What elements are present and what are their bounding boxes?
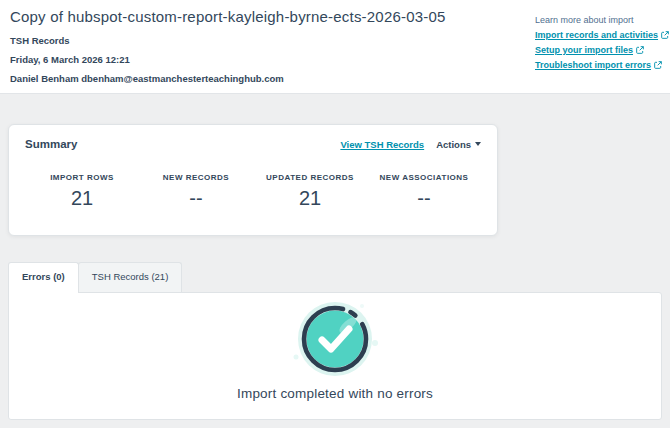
import-result-message: Import completed with no errors (9, 386, 661, 401)
external-link-icon (636, 46, 644, 54)
stat-new-records: NEW RECORDS -- (139, 173, 253, 210)
actions-dropdown-button[interactable]: Actions (436, 139, 481, 150)
learn-more-panel: Learn more about import Import records a… (535, 13, 663, 73)
link-setup-your-import-files[interactable]: Setup your import files (535, 43, 663, 57)
stat-updated-records: UPDATED RECORDS 21 (253, 173, 367, 210)
external-link-icon (654, 61, 662, 69)
chevron-down-icon (475, 142, 481, 146)
import-user: Daniel Benham dbenham@eastmanchesterteac… (10, 73, 660, 84)
view-tsh-records-link[interactable]: View TSH Records (340, 139, 424, 150)
stat-import-rows: IMPORT ROWS 21 (25, 173, 139, 210)
import-detail-main: Summary View TSH Records Actions IMPORT … (0, 124, 670, 420)
success-check-icon (287, 298, 383, 380)
tab-errors[interactable]: Errors (0) (8, 262, 79, 293)
learn-more-label: Learn more about import (535, 13, 663, 27)
tab-tsh-records[interactable]: TSH Records (21) (78, 262, 183, 292)
summary-card: Summary View TSH Records Actions IMPORT … (8, 124, 498, 236)
summary-stats: IMPORT ROWS 21 NEW RECORDS -- UPDATED RE… (25, 173, 481, 210)
errors-tab-panel: Import completed with no errors (8, 292, 662, 420)
errors-records-tabbar: Errors (0) TSH Records (21) (8, 262, 662, 292)
link-troubleshoot-import-errors[interactable]: Troubleshoot import errors (535, 58, 663, 72)
import-header: Copy of hubspot-custom-report-kayleigh-b… (0, 0, 670, 94)
link-import-records-and-activities[interactable]: Import records and activities (535, 28, 663, 42)
external-link-icon (661, 31, 669, 39)
stat-new-associations: NEW ASSOCIATIONS -- (367, 173, 481, 210)
summary-title: Summary (25, 138, 77, 150)
